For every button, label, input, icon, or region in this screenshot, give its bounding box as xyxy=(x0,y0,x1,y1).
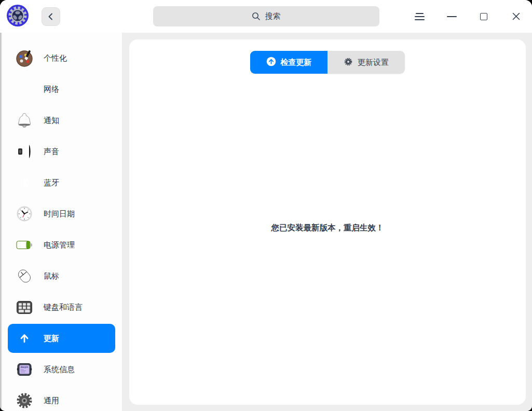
tab-update-settings[interactable]: 更新设置 xyxy=(328,51,405,74)
sidebar-item-personalization[interactable]: 个性化 xyxy=(8,44,115,73)
sidebar-item-general[interactable]: 通用 xyxy=(8,386,115,411)
bell-icon xyxy=(15,111,34,130)
sidebar-nav: 个性化 网络 通知 声音 蓝牙 xyxy=(8,44,115,411)
app-logo-icon xyxy=(6,4,29,27)
minimize-button[interactable] xyxy=(446,9,457,24)
gear-icon xyxy=(15,391,34,410)
chevron-left-icon xyxy=(47,12,55,21)
search-placeholder: 搜索 xyxy=(265,11,281,21)
update-arrow-icon xyxy=(15,329,34,348)
sidebar-item-bluetooth[interactable]: 蓝牙 xyxy=(8,168,115,197)
main-content: 检查更新 更新设置 您已安装最新版本，重启生效！ xyxy=(122,33,532,411)
status-message: 您已安装最新版本，重启生效！ xyxy=(129,223,526,234)
window-controls xyxy=(414,0,521,33)
network-globe-icon xyxy=(15,80,34,99)
update-tabs: 检查更新 更新设置 xyxy=(250,51,405,74)
menu-icon xyxy=(415,13,425,20)
minimize-icon xyxy=(447,16,457,17)
menu-button[interactable] xyxy=(414,9,425,24)
settings-window: 搜索 xyxy=(0,0,532,411)
palette-icon xyxy=(15,49,34,67)
sidebar-item-network[interactable]: 网络 xyxy=(8,75,115,104)
keyboard-icon xyxy=(15,298,34,317)
bluetooth-icon xyxy=(15,173,34,192)
sidebar-item-datetime[interactable]: 时间日期 xyxy=(8,199,115,228)
battery-icon xyxy=(15,236,34,254)
close-icon xyxy=(512,12,521,21)
system-info-icon: deepin xyxy=(15,360,34,379)
tab-check-updates[interactable]: 检查更新 xyxy=(250,51,328,74)
back-button[interactable] xyxy=(42,7,60,26)
tab-label: 检查更新 xyxy=(281,58,312,67)
search-input[interactable]: 搜索 xyxy=(153,6,379,26)
sidebar-item-mouse[interactable]: 鼠标 xyxy=(8,262,115,291)
titlebar[interactable]: 搜索 xyxy=(0,0,532,33)
sidebar-item-sound[interactable]: 声音 xyxy=(8,137,115,166)
sidebar-item-sysinfo[interactable]: deepin 系统信息 xyxy=(8,355,115,384)
close-button[interactable] xyxy=(511,9,521,24)
speaker-icon xyxy=(15,142,34,161)
svg-text:deepin: deepin xyxy=(21,366,29,368)
search-icon xyxy=(252,12,261,21)
mouse-icon xyxy=(15,267,34,285)
sidebar-item-notification[interactable]: 通知 xyxy=(8,106,115,135)
sidebar-item-keyboard[interactable]: 键盘和语言 xyxy=(8,293,115,322)
settings-gear-icon xyxy=(344,57,353,68)
sidebar-item-update[interactable]: 更新 xyxy=(8,324,115,353)
tab-label: 更新设置 xyxy=(358,58,389,67)
check-update-icon xyxy=(266,57,276,68)
sidebar: 个性化 网络 通知 声音 蓝牙 xyxy=(0,33,122,411)
update-panel: 检查更新 更新设置 您已安装最新版本，重启生效！ xyxy=(129,39,526,405)
maximize-icon xyxy=(480,13,487,20)
maximize-button[interactable] xyxy=(479,9,489,24)
sidebar-item-power[interactable]: 电源管理 xyxy=(8,230,115,259)
clock-icon xyxy=(15,204,34,223)
